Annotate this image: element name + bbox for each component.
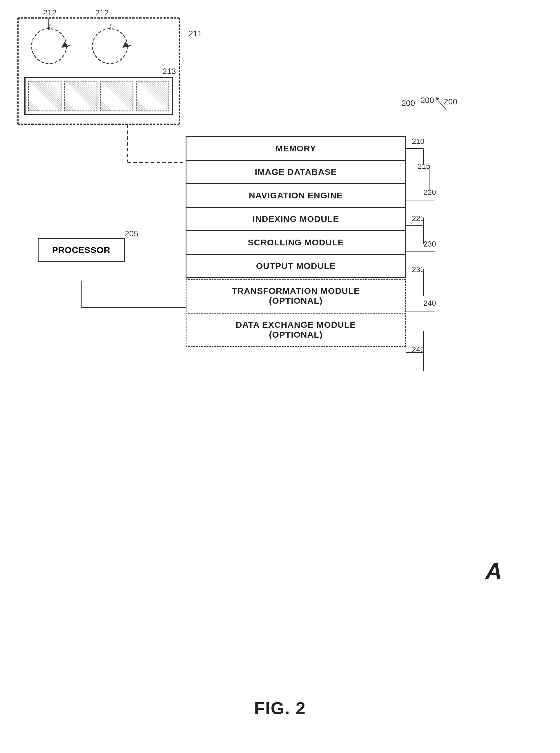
module-output-label: OUTPUT MODULE <box>256 261 336 271</box>
module-scrolling-label: SCROLLING MODULE <box>248 238 344 247</box>
screen-thumbnail-2 <box>64 81 97 112</box>
svg-marker-25 <box>122 42 129 47</box>
ref-230: 230 <box>423 240 436 249</box>
camera-screen <box>24 77 173 115</box>
ref-240: 240 <box>423 299 436 308</box>
camera-device-box <box>17 17 180 125</box>
module-memory: MEMORY <box>186 136 406 160</box>
ref-215: 215 <box>418 162 430 171</box>
camera-circle-2 <box>88 24 132 68</box>
processor-box: PROCESSOR <box>38 238 125 262</box>
camera-circle-1 <box>27 24 71 68</box>
svg-marker-23 <box>61 42 68 47</box>
camera-circles <box>27 24 132 68</box>
ref-225: 225 <box>412 214 424 223</box>
ref-220: 220 <box>423 188 436 197</box>
figure-label: FIG. 2 <box>254 698 306 718</box>
module-image-database-label: IMAGE DATABASE <box>255 167 337 177</box>
ref-212-left: 212 <box>43 8 57 17</box>
ref-200-label: 200 <box>420 96 434 105</box>
screen-thumbnail-1 <box>28 81 61 112</box>
ref-211: 211 <box>188 29 202 38</box>
ref-200: 200 <box>401 99 415 108</box>
svg-point-22 <box>32 29 66 63</box>
module-indexing-label: INDEXING MODULE <box>253 214 339 224</box>
module-transformation-label: TRANSFORMATION MODULE(OPTIONAL) <box>232 286 360 305</box>
memory-stack: MEMORY IMAGE DATABASE NAVIGATION ENGINE … <box>186 136 406 347</box>
ref-210: 210 <box>412 137 424 146</box>
ref-245: 245 <box>412 345 424 354</box>
processor-label: PROCESSOR <box>52 245 111 255</box>
module-output: OUTPUT MODULE <box>186 254 406 278</box>
module-image-database: IMAGE DATABASE <box>186 160 406 183</box>
ref-205: 205 <box>125 229 138 238</box>
diagram-container: 212 212 211 213 200 200 PROCESSOR 205 ME… <box>0 0 560 753</box>
module-scrolling: SCROLLING MODULE <box>186 230 406 254</box>
screen-thumbnail-4 <box>136 81 169 112</box>
module-indexing: INDEXING MODULE <box>186 207 406 230</box>
svg-point-24 <box>93 29 127 63</box>
ref-235: 235 <box>412 265 424 274</box>
module-transformation: TRANSFORMATION MODULE(OPTIONAL) <box>186 279 406 312</box>
ref-213: 213 <box>162 67 176 76</box>
screen-thumbnail-3 <box>100 81 134 112</box>
module-data-exchange: DATA EXCHANGE MODULE(OPTIONAL) <box>186 313 406 347</box>
module-data-exchange-label: DATA EXCHANGE MODULE(OPTIONAL) <box>236 320 356 339</box>
ref-212-right: 212 <box>95 8 109 17</box>
letter-a: A <box>485 558 502 585</box>
module-memory-label: MEMORY <box>276 143 316 153</box>
module-navigation-engine-label: NAVIGATION ENGINE <box>249 191 343 200</box>
module-navigation-engine: NAVIGATION ENGINE <box>186 183 406 207</box>
svg-marker-31 <box>435 96 439 101</box>
ref-200-top: 200 <box>444 97 457 106</box>
